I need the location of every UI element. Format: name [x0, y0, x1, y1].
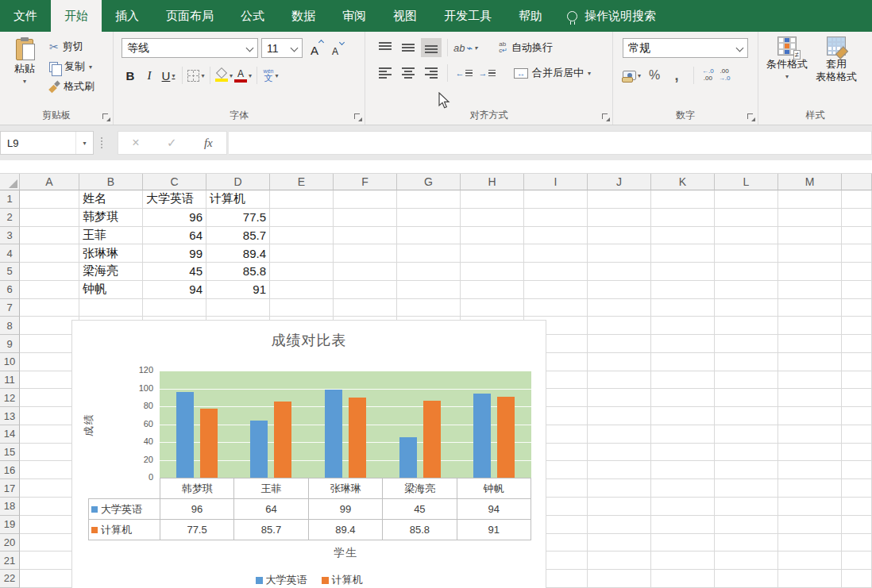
cell-L11[interactable]	[715, 371, 778, 390]
cell-J15[interactable]	[588, 444, 651, 462]
borders-button[interactable]: ▾	[187, 66, 205, 85]
bar-大学英语-王菲[interactable]	[250, 421, 268, 478]
cell-L16[interactable]	[715, 461, 778, 479]
cell-K14[interactable]	[651, 425, 715, 444]
column-header-H[interactable]: H	[461, 174, 524, 190]
row-header-11[interactable]: 11	[0, 371, 20, 390]
bar-计算机-梁海亮[interactable]	[423, 401, 441, 478]
cell-K19[interactable]	[651, 516, 715, 534]
cell-I5[interactable]	[524, 263, 588, 281]
tab-页面布局[interactable]: 页面布局	[152, 0, 227, 32]
cell-A11[interactable]	[20, 371, 79, 390]
cell-A9[interactable]	[20, 335, 79, 353]
cell-A1[interactable]	[20, 190, 79, 209]
decrease-decimal-button[interactable]: .00→.0	[719, 68, 731, 83]
cell-K11[interactable]	[651, 371, 715, 390]
cell-A15[interactable]	[20, 444, 79, 462]
cell-M16[interactable]	[778, 461, 842, 479]
cell-M13[interactable]	[778, 407, 842, 425]
cell-A12[interactable]	[20, 389, 79, 407]
cell-B7[interactable]	[79, 299, 143, 317]
tab-数据[interactable]: 数据	[278, 0, 329, 32]
cell-C4[interactable]: 99	[143, 244, 206, 263]
cell-M10[interactable]	[778, 353, 842, 371]
increase-decimal-button[interactable]: ←.0.00	[702, 68, 714, 83]
cell-E3[interactable]	[270, 227, 334, 245]
cell-F7[interactable]	[334, 299, 397, 317]
format-painter-button[interactable]: 格式刷	[49, 78, 95, 95]
cell-K1[interactable]	[651, 190, 715, 209]
cell-K3[interactable]	[651, 227, 715, 245]
cell-A5[interactable]	[20, 263, 79, 281]
cell-J18[interactable]	[588, 498, 651, 516]
cell-J17[interactable]	[588, 479, 651, 498]
cell-L20[interactable]	[715, 534, 778, 552]
cell-D3[interactable]: 85.7	[206, 227, 270, 245]
name-box-dropdown[interactable]: ▾	[75, 132, 93, 154]
cell-H7[interactable]	[461, 299, 524, 317]
cell-L6[interactable]	[715, 281, 778, 299]
cell-L5[interactable]	[715, 263, 778, 281]
cell-J20[interactable]	[588, 534, 651, 552]
cell-H1[interactable]	[461, 190, 524, 209]
row-header-21[interactable]: 21	[0, 551, 20, 570]
cell-B6[interactable]: 钟帆	[79, 281, 143, 299]
row-header-17[interactable]: 17	[0, 479, 20, 498]
cell-D7[interactable]	[206, 299, 270, 317]
cell-F3[interactable]	[334, 227, 397, 245]
row-header-12[interactable]: 12	[0, 389, 20, 407]
align-right-button[interactable]	[421, 63, 442, 83]
cell-B1[interactable]: 姓名	[79, 190, 143, 209]
number-dialog-launcher[interactable]	[747, 113, 755, 121]
cell-L13[interactable]	[715, 407, 778, 425]
tab-视图[interactable]: 视图	[380, 0, 430, 32]
cell-C1[interactable]: 大学英语	[143, 190, 206, 209]
cell-A20[interactable]	[20, 534, 79, 552]
row-header-7[interactable]: 7	[0, 299, 20, 317]
cell-M1[interactable]	[778, 190, 842, 209]
number-format-select[interactable]: 常规	[623, 38, 748, 58]
cell-A6[interactable]	[20, 281, 79, 299]
cell-L12[interactable]	[715, 389, 778, 407]
select-all-corner[interactable]	[0, 174, 20, 190]
cell-I1[interactable]	[524, 190, 588, 209]
cell-D6[interactable]: 91	[206, 281, 270, 299]
formula-input[interactable]	[229, 131, 872, 155]
cell-J16[interactable]	[588, 461, 651, 479]
cell-K2[interactable]	[651, 209, 715, 227]
font-size-select[interactable]: 11	[261, 38, 303, 58]
cell-L17[interactable]	[715, 479, 778, 498]
cell-L7[interactable]	[715, 299, 778, 317]
cell-F2[interactable]	[334, 209, 397, 227]
cell-A19[interactable]	[20, 516, 79, 534]
cell-M8[interactable]	[778, 317, 842, 335]
cell-K9[interactable]	[651, 335, 715, 353]
cell-A8[interactable]	[20, 317, 79, 335]
row-header-20[interactable]: 20	[0, 534, 20, 552]
insert-function-button[interactable]: fx	[204, 136, 213, 150]
cell-K15[interactable]	[651, 444, 715, 462]
increase-font-button[interactable]: A	[306, 40, 323, 57]
cell-I6[interactable]	[524, 281, 588, 299]
cell-A7[interactable]	[20, 299, 79, 317]
cell-H5[interactable]	[461, 263, 524, 281]
tab-开始[interactable]: 开始	[51, 0, 102, 32]
italic-button[interactable]: I	[141, 66, 158, 85]
cell-J5[interactable]	[588, 263, 651, 281]
cell-L15[interactable]	[715, 444, 778, 462]
cell-B5[interactable]: 梁海亮	[79, 263, 143, 281]
cell-K18[interactable]	[651, 498, 715, 516]
cell-L2[interactable]	[715, 209, 778, 227]
cell-K20[interactable]	[651, 534, 715, 552]
cell-A2[interactable]	[20, 209, 79, 227]
font-name-select[interactable]: 等线	[122, 38, 258, 58]
cell-J9[interactable]	[588, 335, 651, 353]
cell-D4[interactable]: 89.4	[206, 244, 270, 263]
cell-L1[interactable]	[715, 190, 778, 209]
cell-E5[interactable]	[270, 263, 334, 281]
cell-L22[interactable]	[715, 570, 778, 588]
cell-L21[interactable]	[715, 551, 778, 570]
cell-A4[interactable]	[20, 244, 79, 263]
cell-G2[interactable]	[397, 209, 461, 227]
cell-C6[interactable]: 94	[143, 281, 206, 299]
